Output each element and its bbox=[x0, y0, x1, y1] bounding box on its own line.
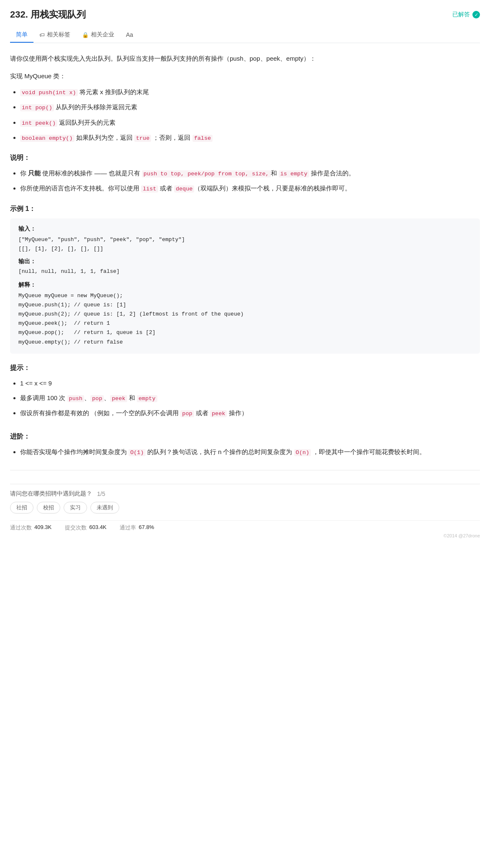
explain-lines: MyQueue myQueue = new MyQueue(); myQueue… bbox=[18, 291, 472, 347]
methods-list: void push(int x) 将元素 x 推到队列的末尾 int pop()… bbox=[10, 86, 480, 144]
divider bbox=[10, 470, 480, 470]
implement-label: 实现 MyQueue 类： bbox=[10, 71, 480, 82]
recruitment-pagination: 1/5 bbox=[97, 490, 105, 497]
tag-btn-intern[interactable]: 实习 bbox=[64, 502, 87, 514]
method-peek-text: 返回队列开头的元素 bbox=[59, 119, 115, 126]
output-label: 输出： bbox=[18, 258, 472, 265]
recruitment-question-row: 请问您在哪类招聘中遇到此题？ 1/5 bbox=[10, 490, 480, 498]
input-label: 输入： bbox=[18, 225, 472, 233]
advanced-section: 进阶： 你能否实现每个操作均摊时间复杂度为 O(1) 的队列？换句话说，执行 n… bbox=[10, 432, 480, 458]
advanced-item-1: 你能否实现每个操作均摊时间复杂度为 O(1) 的队列？换句话说，执行 n 个操作… bbox=[20, 446, 480, 458]
tag-icon: 🏷 bbox=[39, 32, 45, 38]
tag-btn-not-met[interactable]: 未遇到 bbox=[90, 502, 119, 514]
method-pop: int pop() 从队列的开头移除并返回元素 bbox=[20, 101, 480, 113]
solved-label: 已解答 bbox=[452, 11, 470, 18]
explain-label: 解释： bbox=[18, 281, 472, 289]
notes-title: 说明： bbox=[10, 154, 480, 162]
page-title: 232. 用栈实现队列 bbox=[10, 8, 86, 21]
hints-section: 提示： 1 <= x <= 9 最多调用 100 次 push、pop、peek… bbox=[10, 364, 480, 419]
stats-total-submit-label: 提交次数 bbox=[65, 524, 87, 532]
stats-submit-count: 通过次数 409.3K bbox=[10, 524, 51, 532]
stats-submit-count-label: 通过次数 bbox=[10, 524, 32, 532]
copyright: ©2014 @27drone bbox=[10, 532, 480, 538]
input-line1: ["MyQueue", "push", "push", "peek", "pop… bbox=[18, 235, 472, 244]
note-item-1: 你 只能 使用标准的栈操作 —— 也就是只有 push to top, peek… bbox=[20, 167, 480, 179]
problem-title: 用栈实现队列 bbox=[31, 9, 86, 20]
only-bold: 只能 bbox=[28, 169, 41, 177]
tab-font-label: Aa bbox=[126, 31, 133, 38]
stats-pass-rate: 通过率 67.8% bbox=[120, 524, 154, 532]
lock-icon: 🔒 bbox=[82, 32, 89, 38]
method-peek: int peek() 返回队列开头的元素 bbox=[20, 117, 480, 128]
tab-related-tags-label: 相关标签 bbox=[47, 31, 70, 39]
solved-icon: ✓ bbox=[472, 11, 480, 18]
recruitment-question-text: 请问您在哪类招聘中遇到此题？ bbox=[10, 490, 92, 498]
advanced-list: 你能否实现每个操作均摊时间复杂度为 O(1) 的队列？换句话说，执行 n 个操作… bbox=[10, 446, 480, 458]
hints-list: 1 <= x <= 9 最多调用 100 次 push、pop、peek 和 e… bbox=[10, 378, 480, 419]
tab-related-tags[interactable]: 🏷 相关标签 bbox=[33, 28, 76, 43]
note-item-2: 你所使用的语言也许不支持栈。你可以使用 list 或者 deque（双端队列）来… bbox=[20, 182, 480, 194]
method-empty-code: boolean empty() bbox=[20, 135, 74, 142]
tab-font[interactable]: Aa bbox=[120, 28, 139, 43]
solved-badge: 已解答 ✓ bbox=[452, 11, 480, 18]
stats-pass-rate-value: 67.8% bbox=[139, 524, 154, 532]
description-intro: 请你仅使用两个栈实现先入先出队列。队列应当支持一般队列支持的所有操作（push、… bbox=[10, 53, 480, 64]
title-row: 232. 用栈实现队列 已解答 ✓ bbox=[10, 8, 480, 21]
hint-item-1: 1 <= x <= 9 bbox=[20, 378, 480, 389]
hints-title: 提示： bbox=[10, 364, 480, 372]
method-push-code: void push(int x) bbox=[20, 89, 78, 96]
notes-list: 你 只能 使用标准的栈操作 —— 也就是只有 push to top, peek… bbox=[10, 167, 480, 195]
output-value: [null, null, null, 1, 1, false] bbox=[18, 267, 472, 276]
method-pop-text: 从队列的开头移除并返回元素 bbox=[56, 103, 137, 110]
tag-btn-social[interactable]: 社招 bbox=[10, 502, 33, 514]
tab-simple-label: 简单 bbox=[16, 31, 28, 39]
tabs-bar: 简单 🏷 相关标签 🔒 相关企业 Aa bbox=[10, 28, 480, 43]
method-peek-code: int peek() bbox=[20, 120, 57, 127]
example1-box: 输入： ["MyQueue", "push", "push", "peek", … bbox=[10, 218, 480, 354]
stats-pass-rate-label: 通过率 bbox=[120, 524, 136, 532]
hint-item-3: 假设所有操作都是有效的 （例如，一个空的队列不会调用 pop 或者 peek 操… bbox=[20, 407, 480, 419]
method-push-text: 将元素 x 推到队列的末尾 bbox=[80, 88, 149, 95]
stats-row: 通过次数 409.3K 提交次数 603.4K 通过率 67.8% bbox=[10, 520, 480, 532]
bottom-bar: 请问您在哪类招聘中遇到此题？ 1/5 社招 校招 实习 未遇到 bbox=[10, 484, 480, 514]
tab-related-companies[interactable]: 🔒 相关企业 bbox=[76, 28, 120, 43]
tab-related-companies-label: 相关企业 bbox=[91, 31, 114, 39]
input-line2: [[], [1], [2], [], [], []] bbox=[18, 244, 472, 254]
stats-total-submit: 提交次数 603.4K bbox=[65, 524, 106, 532]
example1-title: 示例 1： bbox=[10, 205, 480, 213]
hint-item-2: 最多调用 100 次 push、pop、peek 和 empty bbox=[20, 392, 480, 404]
advanced-title: 进阶： bbox=[10, 432, 480, 441]
tab-simple[interactable]: 简单 bbox=[10, 28, 33, 43]
method-pop-code: int pop() bbox=[20, 104, 54, 111]
problem-number: 232. bbox=[10, 9, 28, 20]
tag-btn-campus[interactable]: 校招 bbox=[37, 502, 60, 514]
method-empty: boolean empty() 如果队列为空，返回 true ；否则，返回 fa… bbox=[20, 132, 480, 144]
method-push: void push(int x) 将元素 x 推到队列的末尾 bbox=[20, 86, 480, 98]
stats-submit-count-value: 409.3K bbox=[34, 524, 51, 532]
tag-row: 社招 校招 实习 未遇到 bbox=[10, 502, 480, 514]
stats-total-submit-value: 603.4K bbox=[89, 524, 106, 532]
